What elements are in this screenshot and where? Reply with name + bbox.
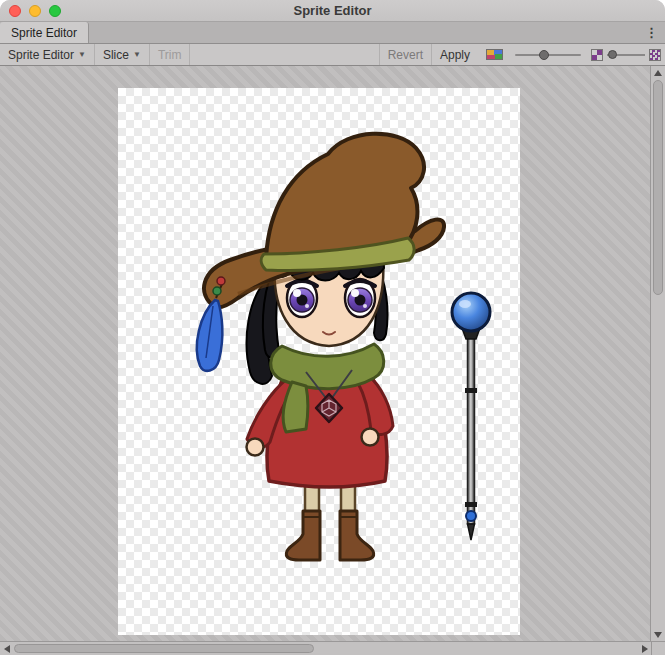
apply-button-label: Apply <box>440 48 470 62</box>
sprite-image <box>118 88 520 635</box>
revert-button[interactable]: Revert <box>379 44 431 65</box>
color-channel-icon[interactable] <box>486 49 503 60</box>
maximize-button[interactable] <box>49 5 61 17</box>
slice-dropdown[interactable]: Slice ▼ <box>95 44 150 65</box>
canvas[interactable] <box>0 66 650 641</box>
apply-button[interactable]: Apply <box>431 44 478 65</box>
tab-label: Sprite Editor <box>11 26 77 40</box>
revert-button-label: Revert <box>388 48 423 62</box>
scroll-left-button[interactable] <box>0 642 13 655</box>
mip-slider-knob[interactable] <box>608 50 617 59</box>
mip-slider-track[interactable] <box>607 54 645 56</box>
chevron-down-icon: ▼ <box>133 50 141 59</box>
chevron-down-icon: ▼ <box>78 50 86 59</box>
mip-slider[interactable] <box>591 44 661 65</box>
scroll-down-button[interactable] <box>651 628 665 641</box>
mip-high-texture-icon <box>649 49 661 61</box>
tab-sprite-editor[interactable]: Sprite Editor <box>0 22 89 43</box>
traffic-lights <box>9 5 61 17</box>
scrollbar-corner <box>651 641 665 655</box>
toolbar: Sprite Editor ▼ Slice ▼ Trim Revert Appl… <box>0 44 665 66</box>
horizontal-scrollbar[interactable] <box>0 641 651 655</box>
arrow-down-icon <box>654 632 662 638</box>
sprite-texture-area[interactable] <box>118 88 520 635</box>
arrow-left-icon <box>4 645 10 653</box>
scroll-up-button[interactable] <box>651 66 665 79</box>
minimize-button[interactable] <box>29 5 41 17</box>
zoom-slider[interactable] <box>515 49 581 61</box>
zoom-slider-knob[interactable] <box>539 50 549 60</box>
scroll-right-button[interactable] <box>638 642 651 655</box>
tab-bar: Sprite Editor ⋮ <box>0 22 665 44</box>
close-button[interactable] <box>9 5 21 17</box>
window-title: Sprite Editor <box>0 3 665 18</box>
bottom-bar <box>0 641 665 655</box>
mip-low-texture-icon <box>591 49 603 61</box>
kebab-menu-icon[interactable]: ⋮ <box>638 22 665 43</box>
vertical-scrollbar[interactable] <box>650 66 665 641</box>
toolbar-right-group: Revert Apply <box>379 44 665 65</box>
horizontal-scrollbar-thumb[interactable] <box>14 644 314 653</box>
sprite-editor-mode-dropdown[interactable]: Sprite Editor ▼ <box>0 44 95 65</box>
main-area <box>0 66 665 641</box>
slice-dropdown-label: Slice <box>103 48 129 62</box>
arrow-right-icon <box>642 645 648 653</box>
trim-button[interactable]: Trim <box>150 44 191 65</box>
mode-dropdown-label: Sprite Editor <box>8 48 74 62</box>
sprite-editor-window: Sprite Editor Sprite Editor ⋮ Sprite Edi… <box>0 0 665 655</box>
staff-sprite <box>452 293 490 540</box>
character-sprite <box>197 134 444 560</box>
trim-button-label: Trim <box>158 48 182 62</box>
vertical-scrollbar-thumb[interactable] <box>653 80 663 295</box>
titlebar[interactable]: Sprite Editor <box>0 0 665 22</box>
arrow-up-icon <box>654 70 662 76</box>
